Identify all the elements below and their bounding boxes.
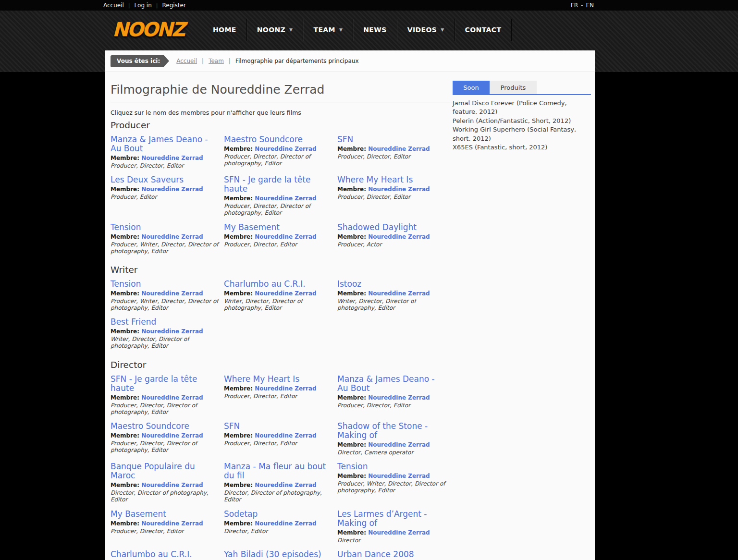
lang-en-link[interactable]: EN	[586, 2, 594, 9]
film-title-link[interactable]: Charlumbo au C.R.I.	[224, 280, 333, 289]
member-name-link[interactable]: Noureddine Zerrad	[255, 233, 316, 240]
film-title-link[interactable]: My Basement	[111, 510, 220, 519]
film-title-link[interactable]: Tension	[337, 462, 447, 471]
film-title-link[interactable]: Where My Heart Is	[224, 375, 333, 384]
member-name-link[interactable]: Noureddine Zerrad	[368, 441, 430, 448]
film-member-line: Membre: Noureddine Zerrad	[337, 233, 447, 241]
film-entry: Best FriendMembre: Noureddine ZerradWrit…	[111, 317, 222, 349]
film-roles: Producer, Director, Editor	[337, 194, 447, 200]
film-title-link[interactable]: SFN	[224, 422, 333, 431]
film-member-line: Membre: Noureddine Zerrad	[111, 233, 220, 241]
film-title-link[interactable]: SFN	[337, 135, 447, 144]
topbar-separator: |	[128, 2, 130, 9]
film-roles: Producer, Director, Editor	[111, 528, 220, 535]
member-name-link[interactable]: Noureddine Zerrad	[255, 146, 316, 152]
member-name-link[interactable]: Noureddine Zerrad	[141, 328, 203, 335]
topbar-link-register[interactable]: Register	[162, 2, 185, 9]
member-label: Membre:	[224, 432, 253, 439]
nav-item-label: NEWS	[363, 26, 386, 34]
film-section: DirectorSFN - Je garde la tête hauteMemb…	[111, 360, 453, 560]
nav-item-home[interactable]: HOME	[203, 18, 246, 41]
film-title-link[interactable]: Best Friend	[111, 317, 220, 327]
film-member-line: Membre: Noureddine Zerrad	[224, 385, 333, 392]
film-title-link[interactable]: Maestro Soundcore	[111, 422, 220, 431]
tab-soon[interactable]: Soon	[453, 81, 490, 94]
film-title-link[interactable]: Shadow of the Stone - Making of	[337, 422, 447, 440]
member-name-link[interactable]: Noureddine Zerrad	[368, 233, 430, 240]
film-title-link[interactable]: Urban Dance 2008	[337, 550, 447, 559]
film-entry: IstoozMembre: Noureddine ZerradWriter, D…	[337, 280, 449, 311]
nav-item-noonz[interactable]: NOONZ▼	[247, 18, 303, 41]
lang-separator: -	[581, 2, 583, 9]
film-title-link[interactable]: SFN - Je garde la tête haute	[111, 375, 220, 393]
member-name-link[interactable]: Noureddine Zerrad	[255, 482, 316, 488]
film-title-link[interactable]: Banque Populaire du Maroc	[111, 462, 220, 480]
breadcrumb-current: Filmographie par départements principaux	[235, 58, 359, 64]
tab-produits[interactable]: Produits	[490, 81, 537, 94]
topbar-link-accueil[interactable]: Accueil	[103, 2, 124, 9]
film-entry: Les Deux SaveursMembre: Noureddine Zerra…	[111, 175, 222, 200]
film-title-link[interactable]: Tension	[111, 223, 220, 232]
member-name-link[interactable]: Noureddine Zerrad	[141, 482, 203, 488]
film-title-link[interactable]: Where My Heart Is	[337, 175, 447, 184]
film-title-link[interactable]: Shadowed Daylight	[337, 223, 447, 232]
sidebar-tabs: Soon Produits	[453, 81, 591, 95]
member-name-link[interactable]: Noureddine Zerrad	[141, 155, 203, 161]
film-roles: Producer, Writer, Director, Director of …	[111, 241, 220, 255]
nav-item-label: NOONZ	[257, 26, 285, 34]
member-name-link[interactable]: Noureddine Zerrad	[255, 385, 316, 392]
film-title-link[interactable]: SFN - Je garde la tête haute	[224, 175, 333, 194]
nav-item-news[interactable]: NEWS	[353, 18, 396, 41]
member-label: Membre:	[111, 290, 139, 297]
member-name-link[interactable]: Noureddine Zerrad	[255, 195, 316, 202]
topbar-link-login[interactable]: Log in	[135, 2, 152, 9]
breadcrumb-link-team[interactable]: Team	[209, 58, 224, 64]
film-title-link[interactable]: Manza - Ma fleur au bout du fil	[224, 462, 333, 480]
film-roles: Producer, Director, Editor	[224, 241, 333, 248]
film-entry: Shadow of the Stone - Making ofMembre: N…	[337, 422, 449, 456]
nav-item-label: TEAM	[313, 26, 335, 34]
member-name-link[interactable]: Noureddine Zerrad	[368, 473, 430, 479]
film-title-link[interactable]: Les Larmes d’Argent - Making of	[337, 510, 447, 528]
film-entry: Charlumbo au C.R.I.Membre: Noureddine Ze…	[224, 280, 335, 311]
member-name-link[interactable]: Noureddine Zerrad	[368, 529, 430, 536]
nav-item-team[interactable]: TEAM▼	[303, 18, 353, 41]
noonz-logo[interactable]: NOONZ	[112, 18, 180, 41]
member-name-link[interactable]: Noureddine Zerrad	[141, 233, 203, 240]
member-name-link[interactable]: Noureddine Zerrad	[141, 290, 203, 297]
member-name-link[interactable]: Noureddine Zerrad	[141, 186, 203, 193]
film-title-link[interactable]: My Basement	[224, 223, 333, 232]
nav-divider	[511, 19, 512, 41]
member-label: Membre:	[337, 441, 366, 448]
member-name-link[interactable]: Noureddine Zerrad	[368, 186, 430, 193]
member-name-link[interactable]: Noureddine Zerrad	[141, 520, 203, 527]
member-name-link[interactable]: Noureddine Zerrad	[368, 290, 430, 297]
film-title-link[interactable]: Yah Biladi (30 episodes)	[224, 550, 333, 559]
film-title-link[interactable]: Charlumbo au C.R.I.	[111, 550, 220, 559]
film-title-link[interactable]: Sodetap	[224, 510, 333, 519]
member-label: Membre:	[111, 328, 139, 335]
breadcrumb-link-accueil[interactable]: Accueil	[176, 58, 197, 64]
lang-fr-link[interactable]: FR	[571, 2, 578, 9]
breadcrumb-separator: |	[202, 58, 204, 64]
film-title-link[interactable]: Manza & James Deano - Au Bout	[111, 135, 220, 153]
member-name-link[interactable]: Noureddine Zerrad	[141, 394, 203, 401]
film-title-link[interactable]: Les Deux Saveurs	[111, 175, 220, 184]
nav-item-contact[interactable]: CONTACT	[455, 18, 512, 41]
member-name-link[interactable]: Noureddine Zerrad	[255, 432, 316, 439]
film-title-link[interactable]: Istooz	[337, 280, 447, 289]
member-name-link[interactable]: Noureddine Zerrad	[368, 394, 430, 401]
member-name-link[interactable]: Noureddine Zerrad	[255, 290, 316, 297]
member-label: Membre:	[111, 155, 139, 161]
film-title-link[interactable]: Manza & James Deano - Au Bout	[337, 375, 447, 393]
film-title-link[interactable]: Maestro Soundcore	[224, 135, 333, 144]
member-name-link[interactable]: Noureddine Zerrad	[141, 432, 203, 439]
film-roles: Producer, Writer, Director, Director of …	[111, 298, 220, 311]
member-name-link[interactable]: Noureddine Zerrad	[368, 146, 430, 152]
member-label: Membre:	[224, 233, 253, 240]
nav-item-videos[interactable]: VIDEOS▼	[397, 18, 455, 41]
member-name-link[interactable]: Noureddine Zerrad	[255, 520, 316, 527]
film-title-link[interactable]: Tension	[111, 280, 220, 289]
film-entry: TensionMembre: Noureddine ZerradProducer…	[337, 462, 449, 494]
film-member-line: Membre: Noureddine Zerrad	[337, 473, 447, 480]
